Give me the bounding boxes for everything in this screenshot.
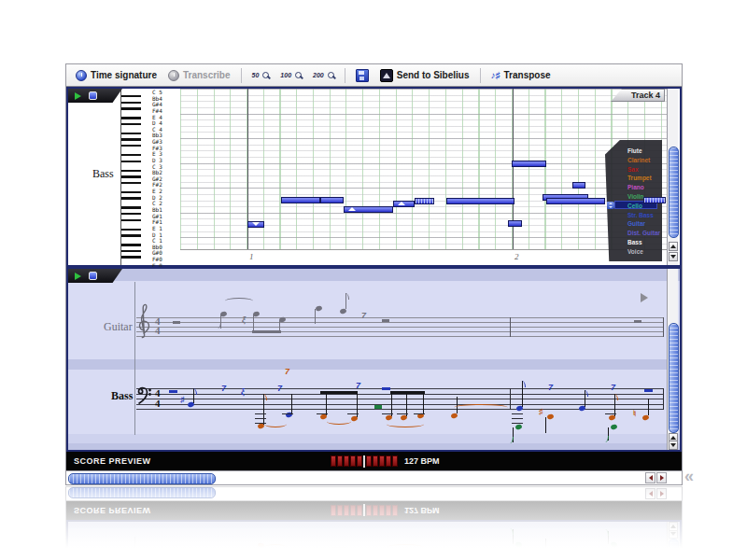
scroll-down-button[interactable] <box>669 441 678 450</box>
meter-segment <box>331 455 336 467</box>
piano-keyboard[interactable] <box>120 89 152 265</box>
menu-item-flute[interactable]: Flute <box>627 147 642 154</box>
pitch-labels: C 5Bb4G#4F#4E 4D 4C 4Bb3G#3F#3E 3D 3C 3B… <box>151 89 180 265</box>
midi-note[interactable] <box>320 197 344 203</box>
piano-roll-vertical-scrollbar[interactable] <box>667 89 678 265</box>
piano-key-black[interactable] <box>121 229 141 231</box>
menu-item-voice[interactable]: Voice <box>627 248 643 255</box>
piano-key-black[interactable] <box>121 219 141 221</box>
scrollbar-thumb[interactable] <box>669 323 679 433</box>
eighth-rest: 7 <box>356 382 360 389</box>
piano-roll-grid[interactable] <box>180 89 667 249</box>
piano-key-black[interactable] <box>121 197 141 199</box>
transcribe-button[interactable]: Transcribe <box>164 68 234 83</box>
stop-button[interactable] <box>89 272 97 280</box>
score-bar-line <box>663 388 664 410</box>
piano-key-black[interactable] <box>121 145 141 147</box>
midi-note[interactable] <box>572 182 585 189</box>
piano-key-black[interactable] <box>121 117 141 119</box>
scroll-left-button[interactable] <box>645 472 655 483</box>
score-bar-line <box>510 317 511 337</box>
piano-key-black[interactable] <box>121 244 141 245</box>
horizontal-scrollbar[interactable] <box>66 470 682 484</box>
menu-item-guitar[interactable]: Guitar <box>627 220 645 227</box>
midi-note[interactable] <box>344 206 393 213</box>
midi-note[interactable] <box>415 198 434 204</box>
stop-button[interactable] <box>89 91 97 100</box>
ledger <box>347 413 359 414</box>
menu-item-dist-guitar[interactable]: Dist. Guitar <box>627 230 660 236</box>
menu-item-cello[interactable]: Cello <box>627 203 642 209</box>
guitar-staff-line <box>136 331 664 332</box>
magnifier-icon <box>328 72 334 78</box>
note-stem <box>253 315 254 331</box>
midi-note[interactable] <box>512 161 546 167</box>
sibelius-icon <box>380 69 393 82</box>
zoom-50-button[interactable]: 50 <box>248 70 274 80</box>
play-button[interactable] <box>75 273 81 280</box>
piano-key-black[interactable] <box>121 175 141 177</box>
guitar-staff-line <box>136 327 664 328</box>
piano-key-black[interactable] <box>121 234 141 236</box>
score-bar-line <box>510 388 511 410</box>
piano-key-black[interactable] <box>121 123 141 125</box>
scrollbar-thumb[interactable] <box>669 147 679 238</box>
menu-item-str-bass[interactable]: Str. Bass <box>627 212 654 218</box>
menu-item-bass[interactable]: Bass <box>627 239 642 245</box>
pitch-label: F#4 <box>152 108 162 114</box>
piano-key-black[interactable] <box>121 138 141 140</box>
ledger <box>282 413 293 414</box>
scroll-up-button[interactable] <box>669 242 678 251</box>
time-signature-button[interactable]: Time signature <box>72 68 161 83</box>
piano-roll-panel: Bass C 5Bb4G#4F#4E 4D 4C 4Bb3G#3F#3E 3D … <box>66 87 682 267</box>
save-button[interactable] <box>352 67 373 84</box>
menu-item-sax[interactable]: Sax <box>627 166 639 173</box>
piano-key-black[interactable] <box>121 182 141 184</box>
midi-note[interactable] <box>643 197 666 203</box>
midi-note[interactable] <box>393 201 415 207</box>
midi-note[interactable] <box>546 198 605 204</box>
piano-key-black[interactable] <box>121 107 141 109</box>
transpose-button[interactable]: ♪♯ Transpose <box>487 68 555 82</box>
piano-key-black[interactable] <box>121 191 141 193</box>
midi-note[interactable] <box>281 197 320 203</box>
menu-spinner-icon[interactable] <box>606 202 614 209</box>
note-marker-down <box>252 222 260 226</box>
menu-item-piano[interactable]: Piano <box>627 184 644 190</box>
piano-key-black[interactable] <box>121 206 141 208</box>
midi-note[interactable] <box>446 198 514 204</box>
menu-item-clarinet[interactable]: Clarinet <box>627 157 650 163</box>
magnifier-icon <box>262 72 269 78</box>
zoom-200-button[interactable]: 200 <box>309 70 338 80</box>
ledger <box>512 413 523 414</box>
system-left-line <box>134 282 135 435</box>
piano-key-black[interactable] <box>121 213 141 215</box>
send-to-sibelius-label: Send to Sibelius <box>397 70 470 80</box>
piano-key-black[interactable] <box>121 250 141 252</box>
note-marker-up <box>398 202 405 205</box>
piano-key-black[interactable] <box>121 95 141 97</box>
drawer-handle-icon[interactable]: « <box>684 467 694 486</box>
piano-key-black[interactable] <box>121 102 141 104</box>
menu-item-violin[interactable]: Violin <box>627 193 644 200</box>
bpm-value: 127 BPM <box>404 456 440 466</box>
scroll-down-button[interactable] <box>669 252 678 261</box>
piano-key-black[interactable] <box>121 170 141 172</box>
score-preview-panel: Guitar Bass 4 4 4 4 ξ7 ♯7ξ777♯77♮ <box>66 267 682 452</box>
menu-item-trumpet[interactable]: Trumpet <box>627 175 652 181</box>
piano-roll-transport <box>68 89 122 103</box>
zoom-100-button[interactable]: 100 <box>276 70 305 80</box>
midi-note[interactable] <box>247 221 264 228</box>
midi-note[interactable] <box>508 220 522 227</box>
score-vertical-scrollbar[interactable] <box>667 269 678 450</box>
piano-key-black[interactable] <box>121 154 141 156</box>
piano-key-black[interactable] <box>121 256 141 258</box>
scrollbar-thumb[interactable] <box>68 473 216 484</box>
piano-key-black[interactable] <box>121 161 141 162</box>
send-to-sibelius-button[interactable]: Send to Sibelius <box>376 67 473 84</box>
score-play-icon[interactable] <box>641 293 648 302</box>
play-button[interactable] <box>75 92 81 100</box>
piano-key-black[interactable] <box>121 133 141 134</box>
scroll-right-button[interactable] <box>656 472 667 483</box>
meter-segment <box>392 455 398 467</box>
